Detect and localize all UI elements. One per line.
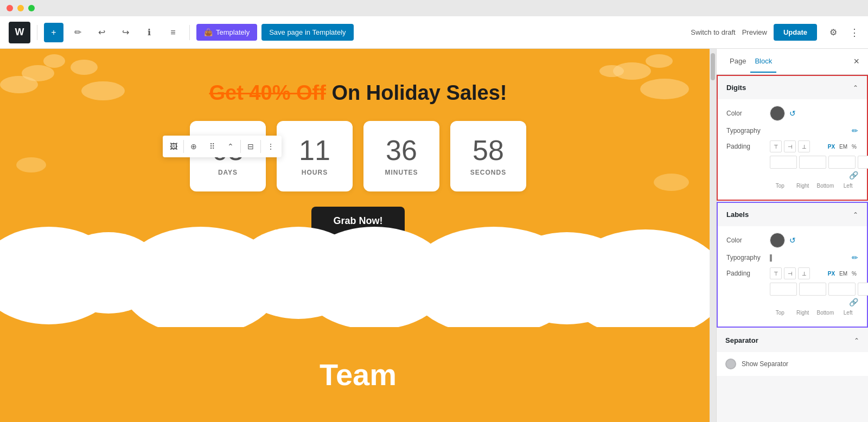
switch-draft-button[interactable]: Switch to draft (691, 28, 735, 36)
tab-page[interactable]: Page (725, 50, 750, 73)
digits-unit-em[interactable]: EM (838, 143, 849, 151)
scrollbar[interactable] (710, 49, 716, 422)
labels-typography-row: Typography ▌ ✏ (726, 253, 858, 262)
labels-padding-top-input[interactable] (770, 283, 797, 296)
labels-unit-pct[interactable]: % (850, 270, 858, 278)
labels-sublabel-right: Right (793, 310, 813, 316)
labels-typography-edit[interactable]: ✏ (852, 253, 858, 262)
traffic-light-red[interactable] (7, 5, 13, 11)
main-area: 🖼 ⊕ ⠿ ⌃ ⊟ ⋮ Get 40% Off On Holiday Sales… (0, 49, 868, 422)
digits-typography-label: Typography (726, 127, 770, 135)
labels-padding-bottom-input[interactable] (828, 283, 856, 296)
labels-padding-left-input[interactable] (858, 283, 868, 296)
separator-title: Separator (725, 336, 854, 344)
labels-color-reset[interactable]: ↺ (789, 236, 796, 245)
digits-sublabel-bottom: Bottom (815, 183, 836, 189)
digits-link-icon[interactable]: 🔗 (849, 171, 858, 180)
toolbar-right: Switch to draft Preview Update ⚙ ⋮ (691, 23, 859, 42)
save-page-button[interactable]: Save page in Templately (261, 24, 353, 41)
bottom-band: Team (0, 327, 716, 422)
separator-row: Show Separator (725, 359, 859, 369)
digits-color-reset[interactable]: ↺ (789, 109, 796, 118)
labels-color-swatch[interactable] (770, 233, 785, 248)
undo-button[interactable]: ↩ (92, 23, 111, 42)
digits-padding-right-input[interactable] (799, 156, 826, 169)
templately-button[interactable]: 👜 Templately (196, 24, 257, 41)
labels-padding-icon-1[interactable]: ⊤ (770, 267, 782, 279)
labels-sublabel-top: Top (770, 310, 790, 316)
digits-padding-icons: ⊤ ⊣ ⊥ (770, 140, 810, 152)
digits-unit-pct[interactable]: % (850, 143, 858, 151)
traffic-light-green[interactable] (28, 5, 35, 11)
scrollbar-thumb[interactable] (711, 53, 715, 80)
digits-padding-label: Padding (726, 143, 770, 150)
digits-color-row: Color ↺ (726, 106, 858, 121)
digits-typography-row: Typography ✏ (726, 126, 858, 135)
block-toolbar-align[interactable]: ⊟ (242, 138, 259, 155)
labels-typography-label: Typography (726, 254, 770, 261)
digits-typography-edit[interactable]: ✏ (852, 126, 858, 135)
separator-section-body: Show Separator (717, 352, 868, 376)
separator-section-header[interactable]: Separator ⌃ (717, 329, 868, 352)
more-button[interactable]: ⋮ (850, 27, 859, 39)
block-toolbar-drag[interactable]: ⠿ (203, 138, 221, 155)
labels-unit-px[interactable]: PX (826, 270, 837, 278)
bt-divider-2 (240, 140, 241, 153)
bt-divider-3 (260, 140, 261, 153)
settings-button[interactable]: ⚙ (824, 23, 843, 42)
panel-header: Page Block × (717, 49, 868, 75)
countdown-hours: 11 HOURS (277, 121, 353, 191)
digits-section-header[interactable]: Digits ⌃ (718, 76, 867, 99)
templately-label: Templately (216, 28, 250, 36)
labels-title: Labels (726, 210, 853, 219)
redo-button[interactable]: ↪ (116, 23, 135, 42)
labels-section-header[interactable]: Labels ⌃ (718, 203, 867, 226)
preview-button[interactable]: Preview (742, 28, 767, 36)
digits-toggle-icon: ⌃ (853, 84, 858, 92)
block-toolbar-screenshot[interactable]: 🖼 (165, 138, 182, 155)
labels-padding-icons: ⊤ ⊣ ⊥ (770, 267, 810, 279)
block-toolbar-target[interactable]: ⊕ (185, 138, 202, 155)
block-toolbar-move[interactable]: ⌃ (222, 138, 239, 155)
minutes-label: MINUTES (385, 169, 418, 176)
list-button[interactable]: ≡ (163, 23, 183, 42)
tab-block[interactable]: Block (750, 50, 776, 73)
labels-padding-icon-2[interactable]: ⊣ (784, 267, 796, 279)
digits-link-row: 🔗 (726, 171, 858, 180)
labels-unit-buttons: PX EM % (826, 270, 858, 278)
labels-color-label: Color (726, 236, 770, 244)
digits-section-body: Color ↺ Typography ✏ Padding (718, 99, 867, 200)
digits-color-swatch[interactable] (770, 106, 785, 121)
info-button[interactable]: ℹ (139, 23, 159, 42)
panel-close-button[interactable]: × (853, 56, 859, 67)
digits-unit-px[interactable]: PX (826, 143, 837, 151)
labels-typography-value: ▌ ✏ (770, 253, 858, 262)
digits-sublabel-top: Top (770, 183, 790, 189)
labels-sublabel-left: Left (838, 310, 858, 316)
labels-padding-icon-3[interactable]: ⊥ (798, 267, 810, 279)
block-toolbar-more[interactable]: ⋮ (262, 138, 279, 155)
update-button[interactable]: Update (774, 24, 817, 41)
show-separator-toggle[interactable] (725, 359, 736, 369)
labels-padding-inputs (770, 283, 858, 296)
labels-unit-em[interactable]: EM (838, 270, 849, 278)
traffic-light-yellow[interactable] (17, 5, 24, 11)
digits-padding-icon-1[interactable]: ⊤ (770, 140, 782, 152)
countdown-seconds: 58 SECONDS (450, 121, 526, 191)
digits-padding-icon-3[interactable]: ⊥ (798, 140, 810, 152)
countdown-minutes: 36 MINUTES (363, 121, 439, 191)
labels-padding-right-input[interactable] (799, 283, 826, 296)
digits-padding-top-input[interactable] (770, 156, 797, 169)
digits-unit-buttons: PX EM % (826, 143, 858, 151)
add-button[interactable]: + (44, 23, 63, 42)
digits-padding-left-input[interactable] (858, 156, 868, 169)
block-toolbar: 🖼 ⊕ ⠿ ⌃ ⊟ ⋮ (163, 136, 282, 157)
labels-link-icon[interactable]: 🔗 (849, 298, 858, 306)
pencil-button[interactable]: ✏ (68, 23, 87, 42)
labels-color-row: Color ↺ (726, 233, 858, 248)
digits-padding-bottom-input[interactable] (828, 156, 856, 169)
digits-padding-sublabels: Top Right Bottom Left (770, 183, 858, 189)
templately-icon: 👜 (204, 28, 213, 36)
labels-cursor-placeholder: ▌ (770, 254, 847, 261)
digits-padding-icon-2[interactable]: ⊣ (784, 140, 796, 152)
